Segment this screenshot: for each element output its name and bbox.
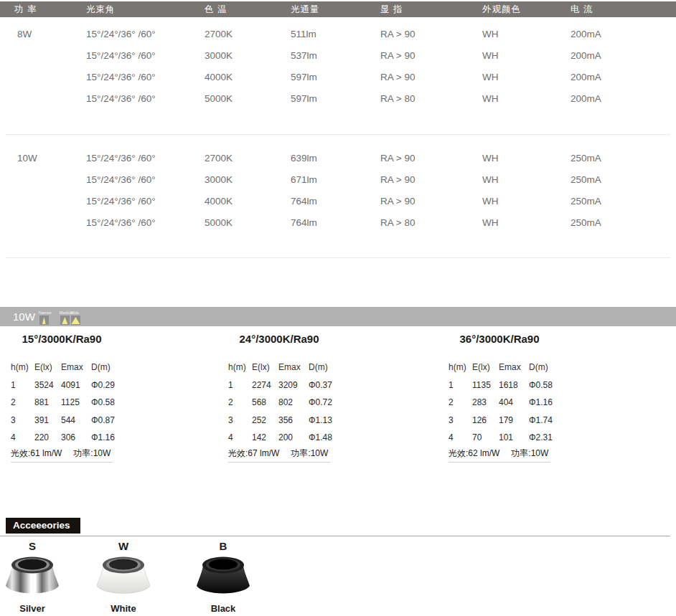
cct-cell: 2700K (205, 153, 291, 164)
spec-group-10w: 10W 15°/24°/36° /60° 2700K 639lm RA > 90… (0, 147, 676, 233)
col-header: E(lx) (34, 362, 61, 372)
divider (6, 134, 670, 135)
beam-label: Wide (70, 311, 80, 315)
current-cell: 200mA (571, 72, 676, 82)
cell: 568 (252, 397, 278, 407)
finish-cell: WH (482, 29, 571, 39)
cri-cell: RA > 90 (380, 174, 482, 185)
cell: 3 (449, 415, 472, 425)
divider (6, 257, 670, 258)
photometric-table-15deg: 15°/3000K/Ra90 h(m) E(lx) Emax D(m) 1 35… (11, 333, 113, 463)
col-header: Emax (499, 362, 529, 372)
spec-table: 功 率 光束角 色 温 光通量 显 指 外观颜色 电 流 8W 15°/24°/… (0, 1, 676, 258)
finish-cell: WH (482, 50, 571, 61)
cell: 1 (449, 380, 472, 390)
cell: 1618 (499, 380, 529, 390)
beam-cell: 15°/24°/36° /60° (86, 72, 205, 82)
accessory-black: B Black (191, 540, 255, 614)
spec-table-header-row: 功 率 光束角 色 温 光通量 显 指 外观颜色 电 流 (0, 1, 676, 17)
cri-cell: RA > 90 (380, 196, 482, 207)
current-cell: 250mA (571, 153, 676, 164)
cell: Φ1.13 (309, 415, 332, 425)
cct-cell: 3000K (205, 50, 291, 61)
column-header-cct: 色 温 (205, 4, 291, 16)
photometric-section: 10W Narrow Medium Wide 15°/3000K/Ra90 (0, 307, 676, 486)
cri-cell: RA > 90 (380, 153, 482, 164)
col-header: h(m) (449, 362, 472, 372)
table-row: 15°/24°/36° /60° 5000K 764lm RA > 80 WH … (0, 212, 676, 233)
accessories-title-badge: Acceeeories (6, 518, 80, 534)
cell: Φ1.16 (529, 397, 553, 407)
photometric-grid: h(m) E(lx) Emax D(m) 1 3524 4091 Φ0.29 2… (11, 359, 113, 447)
cct-cell: 3000K (205, 174, 291, 185)
cell: 179 (499, 415, 529, 425)
finish-cell: WH (482, 72, 571, 82)
flux-cell: 597lm (291, 93, 380, 104)
power-value: 功率:10W (73, 447, 111, 460)
cri-cell: RA > 90 (380, 29, 482, 39)
cell: 4 (11, 432, 34, 442)
photometric-grid: h(m) E(lx) Emax D(m) 1 1135 1618 Φ0.58 2… (449, 359, 550, 447)
col-header: D(m) (309, 362, 332, 372)
photometric-table-title: 36°/3000K/Ra90 (449, 333, 550, 346)
photometric-table-36deg: 36°/3000K/Ra90 h(m) E(lx) Emax D(m) 1 11… (449, 333, 550, 463)
current-cell: 250mA (571, 174, 676, 185)
efficacy-value: 光效:67 lm/W (228, 447, 279, 460)
cri-cell: RA > 80 (380, 93, 482, 104)
table-row: 15°/24°/36° /60° 4000K 597lm RA > 90 WH … (0, 66, 676, 87)
cell: 1125 (61, 397, 91, 407)
flux-cell: 537lm (291, 50, 380, 61)
accessory-silver: S Silver (0, 540, 65, 614)
column-header-finish: 外观颜色 (482, 4, 571, 16)
cell: 1 (228, 380, 252, 390)
cri-cell: RA > 90 (380, 50, 482, 61)
cri-cell: RA > 80 (380, 217, 482, 228)
col-header: D(m) (91, 362, 115, 372)
col-header: D(m) (529, 362, 553, 372)
current-cell: 200mA (571, 50, 676, 61)
flux-cell: 511lm (291, 29, 380, 39)
accessories-section: Acceeeories S Silver (0, 518, 676, 616)
cct-cell: 5000K (205, 217, 291, 228)
cct-cell: 4000K (205, 72, 291, 82)
accessory-name: Black (191, 603, 255, 614)
table-footer: 光效:67 lm/W 功率:10W (228, 448, 330, 463)
col-header: Emax (278, 362, 309, 372)
accessory-name: White (91, 603, 156, 614)
cell: 3524 (34, 380, 61, 390)
col-header: E(lx) (472, 362, 499, 372)
flux-cell: 671lm (291, 174, 380, 185)
cct-cell: 5000K (205, 93, 291, 104)
current-cell: 250mA (571, 196, 676, 207)
black-ring-image (193, 555, 253, 598)
cell: 802 (278, 397, 309, 407)
cell: 252 (252, 415, 278, 425)
flux-cell: 639lm (291, 153, 380, 164)
wide-beam-icon: Wide (71, 316, 80, 325)
col-header: Emax (61, 362, 91, 372)
cell: 391 (34, 415, 61, 425)
current-cell: 200mA (571, 93, 676, 104)
photometric-grid: h(m) E(lx) Emax D(m) 1 2274 3209 Φ0.37 2… (228, 359, 330, 447)
beam-cell: 15°/24°/36° /60° (86, 174, 205, 185)
power-cell: 10W (14, 153, 86, 164)
cell: Φ1.16 (91, 432, 115, 442)
cell: 404 (499, 397, 529, 407)
table-row: 10W 15°/24°/36° /60° 2700K 639lm RA > 90… (0, 147, 676, 169)
column-header-beam-angle: 光束角 (86, 4, 205, 16)
power-value: 功率:10W (511, 447, 548, 460)
table-row: 15°/24°/36° /60° 3000K 671lm RA > 90 WH … (0, 169, 676, 190)
cell: 3 (228, 415, 252, 425)
column-header-flux: 光通量 (291, 4, 380, 16)
cell: 101 (499, 432, 529, 442)
beam-cell: 15°/24°/36° /60° (86, 217, 205, 228)
photometric-table-title: 15°/3000K/Ra90 (11, 333, 113, 346)
cell: 1 (11, 380, 34, 390)
table-row: 8W 15°/24°/36° /60° 2700K 511lm RA > 90 … (0, 23, 676, 44)
cell: 126 (472, 415, 499, 425)
power-label: 10W (13, 311, 35, 323)
photometric-table-24deg: 24°/3000K/Ra90 h(m) E(lx) Emax D(m) 1 22… (228, 333, 330, 463)
column-header-cri: 显 指 (380, 4, 482, 16)
cell: 283 (472, 397, 499, 407)
beam-cell: 15°/24°/36° /60° (86, 50, 205, 61)
